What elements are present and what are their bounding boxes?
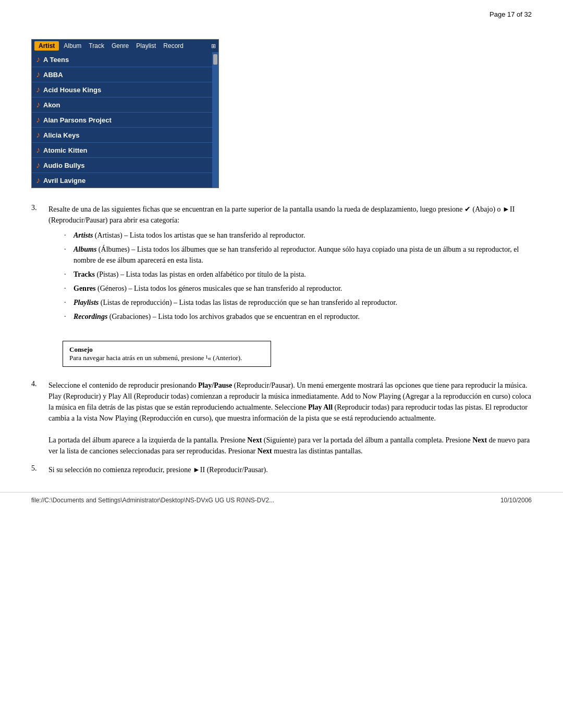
list-item[interactable]: ♪ Avril Lavigne	[32, 173, 212, 188]
bullet: ·	[64, 244, 69, 266]
tip-box: Consejo Para navegar hacia atrás en un s…	[63, 341, 271, 367]
step-3-number: 3.	[31, 204, 44, 325]
tab-record[interactable]: Record	[161, 41, 186, 51]
step-4-content: Seleccione el contenido de reproducir pr…	[48, 380, 532, 456]
category-list: · Artists (Artistas) – Lista todos los a…	[64, 230, 532, 322]
artist-name: Alicia Keys	[43, 131, 79, 139]
tab-track[interactable]: Track	[86, 41, 107, 51]
list-item-tracks: · Tracks (Pistas) – Lista todas las pist…	[64, 269, 532, 280]
bullet: ·	[64, 230, 69, 241]
list-item[interactable]: ♪ Atomic Kitten	[32, 143, 212, 158]
artist-list: ♪ A Teens ♪ ABBA ♪ Acid House Kings ♪ Ak…	[32, 52, 212, 188]
artist-icon: ♪	[36, 70, 40, 79]
artist-icon: ♪	[36, 176, 40, 185]
artist-icon: ♪	[36, 130, 40, 140]
artist-icon: ♪	[36, 145, 40, 155]
artist-name: Akon	[43, 101, 60, 109]
list-item-playlists: · Playlists (Listas de reproducción) – L…	[64, 297, 532, 308]
step-5-number: 5.	[31, 464, 44, 475]
tab-album[interactable]: Album	[61, 41, 84, 51]
bullet: ·	[64, 297, 69, 308]
list-item[interactable]: ♪ Akon	[32, 97, 212, 113]
bullet-text: Tracks (Pistas) – Lista todas las pistas…	[74, 269, 306, 280]
step-3-intro: Resalte de una de las siguientes fichas …	[48, 205, 515, 224]
tab-artist[interactable]: Artist	[34, 41, 59, 51]
artist-icon: ♪	[36, 115, 40, 125]
tip-container: Consejo Para navegar hacia atrás en un s…	[50, 333, 532, 375]
step-5: 5. Si su selección no comienza reproduci…	[31, 464, 532, 475]
artist-name: Avril Lavigne	[43, 177, 85, 184]
device-screenshot: Artist Album Track Genre Playlist Record…	[31, 39, 219, 188]
tab-genre[interactable]: Genre	[109, 41, 131, 51]
scrollbar[interactable]	[212, 52, 218, 188]
bullet-text: Albums (Álbumes) – Lista todos los álbum…	[74, 244, 532, 266]
step-4-para2: La portada del álbum aparece a la izquie…	[48, 435, 532, 456]
step-4-number: 4.	[31, 380, 44, 456]
list-item[interactable]: ♪ A Teens	[32, 52, 212, 67]
list-item[interactable]: ♪ Audio Bullys	[32, 158, 212, 173]
step-4-para1: Seleccione el contenido de reproducir pr…	[48, 380, 532, 424]
artist-name: Audio Bullys	[43, 162, 84, 169]
bullet: ·	[64, 311, 69, 322]
list-item-genres: · Genres (Géneros) – Lista todos los gén…	[64, 283, 532, 294]
artist-name: Atomic Kitten	[43, 146, 88, 154]
list-item[interactable]: ♪ Alan Parsons Project	[32, 113, 212, 128]
artist-list-area: ♪ A Teens ♪ ABBA ♪ Acid House Kings ♪ Ak…	[32, 52, 218, 188]
list-item-recordings: · Recordings (Grabaciones) – Lista todo …	[64, 311, 532, 322]
tab-playlist[interactable]: Playlist	[133, 41, 158, 51]
tip-text: Para navegar hacia atrás en un submenú, …	[69, 354, 264, 362]
step-3: 3. Resalte de una de las siguientes fich…	[31, 204, 532, 325]
page-number: Page 17 of 32	[489, 10, 532, 18]
footer-date: 10/10/2006	[500, 497, 532, 504]
footer-path: file://C:\Documents and Settings\Adminis…	[31, 497, 274, 504]
step-5-content: Si su selección no comienza reproducir, …	[48, 464, 532, 475]
scroll-thumb[interactable]	[213, 54, 217, 65]
bullet-text: Genres (Géneros) – Lista todos los géner…	[74, 283, 342, 294]
artist-icon: ♪	[36, 55, 40, 64]
list-item-albums: · Albums (Álbumes) – Lista todos los álb…	[64, 244, 532, 266]
bullet-text: Playlists (Listas de reproducción) – Lis…	[74, 297, 397, 308]
step-3-content: Resalte de una de las siguientes fichas …	[48, 204, 532, 325]
bullet-text: Recordings (Grabaciones) – Lista todo lo…	[74, 311, 360, 322]
bullet: ·	[64, 283, 69, 294]
artist-name: Acid House Kings	[43, 86, 101, 94]
artist-icon: ♪	[36, 161, 40, 170]
artist-name: Alan Parsons Project	[43, 116, 112, 124]
tip-title: Consejo	[69, 346, 264, 354]
list-item[interactable]: ♪ Alicia Keys	[32, 128, 212, 143]
list-item[interactable]: ♪ Acid House Kings	[32, 82, 212, 97]
artist-name: ABBA	[43, 71, 63, 79]
list-item-artists: · Artists (Artistas) – Lista todos los a…	[64, 230, 532, 241]
artist-icon: ♪	[36, 85, 40, 94]
device-ui: Artist Album Track Genre Playlist Record…	[31, 39, 219, 188]
device-tabs: Artist Album Track Genre Playlist Record…	[32, 40, 218, 52]
bullet: ·	[64, 269, 69, 280]
artist-icon: ♪	[36, 100, 40, 109]
artist-name: A Teens	[43, 56, 69, 64]
step-5-text: Si su selección no comienza reproducir, …	[48, 466, 268, 474]
page-header: Page 17 of 32	[31, 10, 532, 18]
list-item[interactable]: ♪ ABBA	[32, 67, 212, 82]
bullet-text: Artists (Artistas) – Lista todos los art…	[74, 230, 305, 241]
step-4: 4. Seleccione el contenido de reproducir…	[31, 380, 532, 456]
tab-grid-icon: ⊞	[211, 43, 216, 50]
page-footer: file://C:\Documents and Settings\Adminis…	[0, 492, 563, 504]
